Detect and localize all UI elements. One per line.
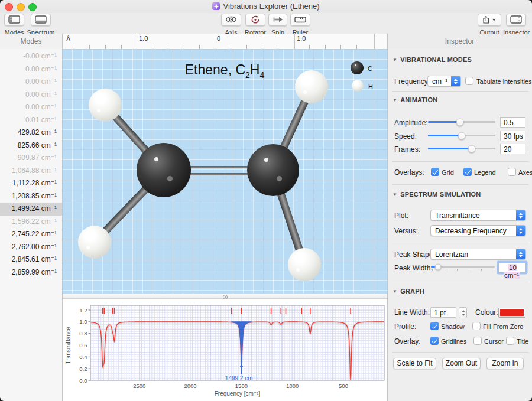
- colour-label: Colour:: [475, 308, 498, 317]
- ruler-minor-tick: [89, 45, 90, 49]
- title-checkbox[interactable]: [506, 337, 514, 345]
- amplitude-value-field[interactable]: 0.5: [500, 117, 525, 128]
- grid-checkbox[interactable]: [431, 168, 439, 176]
- hydrogen-atom[interactable]: [89, 89, 122, 122]
- zoom-out-button[interactable]: Zoom Out: [442, 358, 481, 369]
- shadow-checkbox[interactable]: [430, 322, 439, 330]
- spectrum-chart: 0.00.20.40.60.81.01.22500200015001000500…: [62, 298, 387, 401]
- line-width-stepper[interactable]: [459, 307, 467, 318]
- ruler-major-tick: [294, 34, 295, 49]
- peak-width-slider[interactable]: [431, 262, 495, 270]
- svg-text:Transmittance: Transmittance: [65, 327, 72, 364]
- ruler-minor-tick: [121, 45, 122, 49]
- spin-toolbar-button[interactable]: Spin: [268, 14, 287, 36]
- fill-from-zero-checkbox[interactable]: [472, 322, 481, 330]
- mode-list-item[interactable]: 0.00 cm⁻¹: [0, 89, 62, 102]
- ruler-toolbar-button[interactable]: Ruler: [290, 14, 311, 36]
- mode-list-item[interactable]: 2,845.61 cm⁻¹: [0, 253, 62, 266]
- slider-thumb[interactable]: [458, 132, 466, 139]
- shadow-checkbox-label: Shadow: [441, 323, 465, 330]
- mode-list-item[interactable]: 1,064.88 cm⁻¹: [0, 165, 62, 178]
- speed-value-field[interactable]: 30 fps: [500, 131, 525, 141]
- ruler-major-tick: [137, 34, 137, 49]
- frequency-unit-popup[interactable]: cm⁻¹: [427, 76, 461, 87]
- mode-list-item[interactable]: 2,745.22 cm⁻¹: [0, 228, 62, 241]
- legend-checkbox[interactable]: [463, 168, 472, 176]
- tabulate-intensities-checkbox[interactable]: [465, 77, 473, 85]
- svg-text:2000: 2000: [184, 383, 197, 389]
- versus-popup[interactable]: Decreasing Frequency: [430, 225, 526, 236]
- ruler-minor-tick: [199, 45, 200, 49]
- carbon-atom[interactable]: [137, 143, 191, 197]
- scale-to-fit-button[interactable]: Scale to Fit: [393, 358, 436, 369]
- inspector-toolbar-button[interactable]: Inspector: [503, 14, 529, 36]
- ruler-tick-label: 0: [217, 35, 220, 42]
- section-header-spectrum-simulation[interactable]: ▼SPECTRUM SIMULATION: [392, 191, 481, 198]
- mode-list-item[interactable]: 2,762.00 cm⁻¹: [0, 241, 62, 254]
- mode-list-item[interactable]: 1,112.28 cm⁻¹: [0, 177, 62, 190]
- modes-panel-header: Modes: [0, 34, 62, 50]
- axes-checkbox[interactable]: [508, 168, 516, 176]
- splitter-handle-icon[interactable]: [223, 295, 228, 299]
- mode-list-item[interactable]: 0.00 cm⁻¹: [0, 76, 62, 89]
- mode-list-item[interactable]: 0.00 cm⁻¹: [0, 63, 62, 76]
- ruler-minor-tick: [356, 45, 357, 49]
- peak-width-field[interactable]: 10 cm⁻¹: [498, 262, 526, 273]
- ruler-minor-tick: [153, 45, 153, 49]
- ruler-minor-tick: [246, 45, 247, 49]
- slider-thumb[interactable]: [434, 263, 441, 270]
- section-header-animation[interactable]: ▼ANIMATION: [392, 96, 437, 103]
- slider-thumb[interactable]: [456, 118, 463, 126]
- plot-popup[interactable]: Transmittance: [430, 210, 526, 221]
- svg-text:500: 500: [339, 383, 348, 389]
- line-width-field[interactable]: 1 pt: [430, 307, 456, 318]
- divider: [392, 282, 528, 282]
- output-toolbar-button[interactable]: Output: [476, 14, 502, 36]
- cursor-checkbox[interactable]: [473, 337, 482, 345]
- speed-slider[interactable]: [428, 131, 495, 139]
- plot-label: Plot:: [394, 211, 408, 220]
- svg-text:1.0: 1.0: [79, 318, 87, 325]
- spectrum-toolbar-button[interactable]: Spectrum: [26, 14, 56, 36]
- svg-text:0.6: 0.6: [79, 342, 87, 348]
- rotator-toolbar-button[interactable]: Rotator: [242, 14, 268, 36]
- popup-stepper-icon: [516, 210, 525, 220]
- amplitude-slider[interactable]: [428, 118, 495, 126]
- gridlines-checkbox[interactable]: [430, 337, 439, 345]
- vibrational-modes-list[interactable]: -0.00 cm⁻¹0.00 cm⁻¹0.00 cm⁻¹0.00 cm⁻¹0.0…: [0, 49, 62, 401]
- mode-list-item[interactable]: 1,208.85 cm⁻¹: [0, 190, 62, 203]
- frames-slider[interactable]: [428, 144, 495, 152]
- mode-list-item[interactable]: 909.87 cm⁻¹: [0, 152, 62, 165]
- section-header-graph[interactable]: ▼GRAPH: [392, 288, 424, 295]
- mode-list-item[interactable]: -0.00 cm⁻¹: [0, 50, 62, 63]
- splitter-bar[interactable]: [62, 294, 387, 299]
- mode-list-item[interactable]: 825.66 cm⁻¹: [0, 139, 62, 152]
- zoom-in-button[interactable]: Zoom In: [486, 358, 524, 369]
- speed-label: Speed:: [394, 132, 417, 141]
- section-header-vibrational-modes[interactable]: ▼VIBRATIONAL MODES: [392, 56, 472, 63]
- ruler-tick-label: 1.0: [139, 35, 148, 42]
- app-window: Vibrations Explorer (Ethene) Modes Spect…: [0, 0, 532, 401]
- carbon-atom[interactable]: [247, 144, 299, 196]
- frames-value-field[interactable]: 20: [500, 144, 525, 154]
- frames-label: Frames:: [394, 145, 420, 154]
- mode-list-item[interactable]: 1,499.24 cm⁻¹: [0, 203, 62, 216]
- modes-toolbar-button[interactable]: Modes: [4, 14, 25, 36]
- mode-list-item[interactable]: 0.01 cm⁻¹: [0, 114, 62, 127]
- ruler-minor-tick: [231, 45, 231, 49]
- axis-toolbar-button[interactable]: Axis: [221, 14, 241, 36]
- mode-list-item[interactable]: 1,596.22 cm⁻¹: [0, 216, 62, 229]
- ruler-unit-label: Å: [66, 35, 70, 43]
- mode-list-item[interactable]: 0.00 cm⁻¹: [0, 101, 62, 114]
- mode-list-item[interactable]: 2,859.99 cm⁻¹: [0, 266, 62, 279]
- slider-thumb[interactable]: [468, 145, 476, 152]
- ruler-tick-label: 1.0: [297, 35, 306, 42]
- hydrogen-atom[interactable]: [288, 248, 321, 281]
- peak-shape-popup[interactable]: Lorentzian: [430, 249, 526, 260]
- spectrum-plot-panel[interactable]: 0.00.20.40.60.81.01.22500200015001000500…: [62, 299, 387, 401]
- mode-list-item[interactable]: 429.82 cm⁻¹: [0, 126, 62, 139]
- molecule-3d-view[interactable]: Ethene, C2H4 C H: [62, 49, 387, 294]
- hydrogen-atom[interactable]: [78, 226, 111, 259]
- profile-label: Profile:: [394, 322, 416, 331]
- colour-well[interactable]: [498, 308, 525, 318]
